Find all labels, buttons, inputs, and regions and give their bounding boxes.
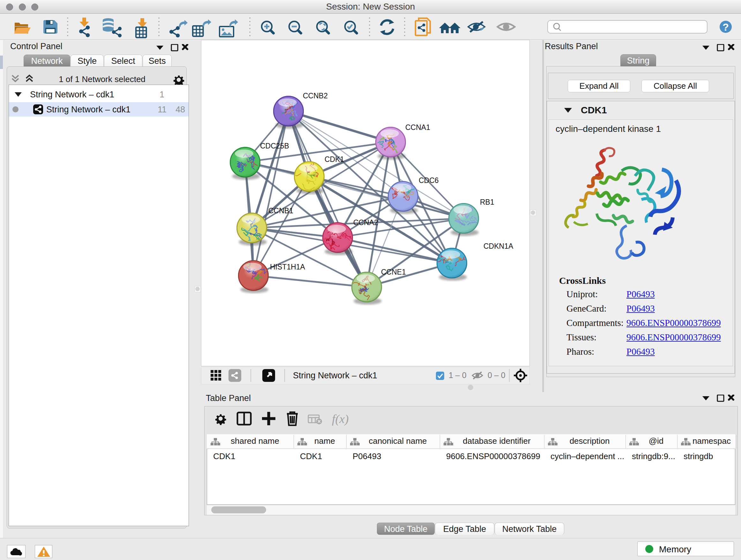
svg-text:CCNA1: CCNA1: [405, 123, 430, 132]
svg-text:0 – 0: 0 – 0: [488, 371, 506, 380]
svg-text:String Network – cdk1: String Network – cdk1: [293, 371, 377, 380]
svg-text:CCNA2: CCNA2: [353, 219, 378, 227]
svg-text:CDK1: CDK1: [325, 155, 344, 164]
svg-text:1 – 0: 1 – 0: [449, 371, 467, 380]
svg-text:CDC6: CDC6: [419, 176, 439, 185]
svg-text:CCNB1: CCNB1: [268, 206, 293, 215]
svg-text:CCNE1: CCNE1: [381, 268, 406, 276]
svg-text:RB1: RB1: [480, 198, 494, 206]
svg-text:HIST1H1A: HIST1H1A: [270, 263, 306, 271]
svg-text:CDKN1A: CDKN1A: [483, 242, 514, 250]
svg-text:?: ?: [723, 21, 729, 33]
svg-text:CCNB2: CCNB2: [303, 91, 328, 100]
svg-text:CDC25B: CDC25B: [260, 142, 289, 150]
